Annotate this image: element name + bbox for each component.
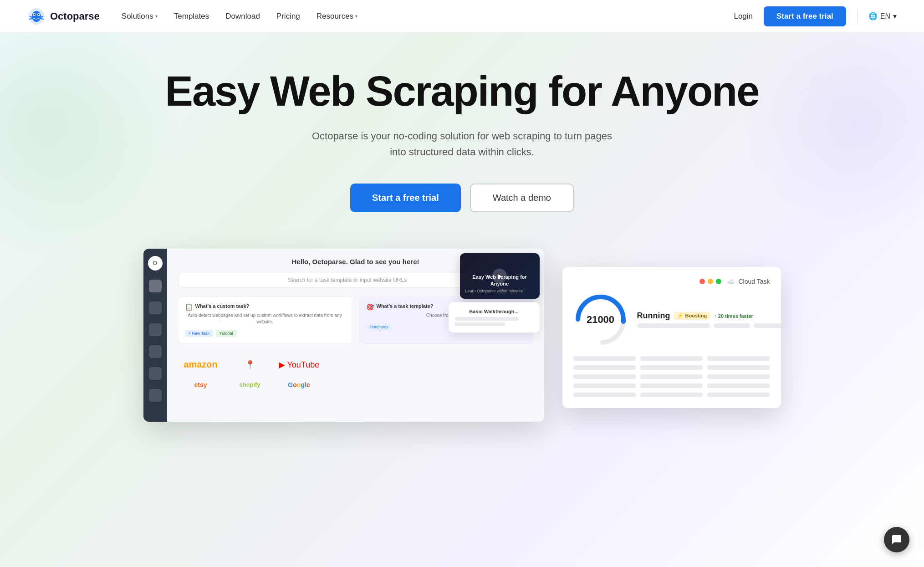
data-cell-2-1: [573, 365, 636, 370]
sidebar-icon-3: [149, 323, 162, 336]
hero-cta-secondary-button[interactable]: Watch a demo: [470, 184, 574, 212]
svg-point-1: [32, 11, 41, 22]
globe-icon: 🌐: [868, 12, 878, 20]
data-cell-5-1: [573, 393, 636, 397]
logo[interactable]: Octoparse: [27, 7, 100, 26]
svg-line-9: [41, 19, 43, 19]
logos-row-2: etsy shopify Google: [178, 377, 533, 393]
app-card-template-title: What's a task template?: [377, 303, 434, 309]
logo-etsy: etsy: [178, 377, 224, 393]
nav-pricing[interactable]: Pricing: [276, 12, 300, 21]
nav-resources[interactable]: Resources ▾: [317, 12, 357, 21]
data-row-3: [573, 374, 770, 379]
dot-red: [699, 279, 705, 284]
data-cell-5-3: [707, 393, 770, 397]
sidebar-icon-2: [149, 301, 162, 314]
gauge-number: 21000: [573, 292, 628, 347]
chat-button[interactable]: [884, 527, 909, 552]
data-bar-2: [714, 323, 750, 328]
gauge-chart: 21000: [573, 292, 628, 347]
running-info: Running ⚡ Boosting ↑ 20 times faster: [637, 311, 781, 328]
window-dots: [699, 279, 721, 284]
data-row-5: [573, 393, 770, 397]
hero-section: Easy Web Scraping for Anyone Octoparse i…: [0, 33, 924, 567]
lang-chevron-icon: ▾: [893, 12, 897, 20]
app-window: O Hello, Octoparse. Glad to see you here…: [143, 249, 544, 422]
nav-left: Octoparse Solutions ▾ Templates Download…: [27, 7, 357, 26]
data-cell-1-3: [707, 356, 770, 361]
data-cell-3-1: [573, 374, 636, 379]
walkthrough-card: Basic Walkthrough...: [449, 302, 540, 332]
hero-title: Easy Web Scraping for Anyone: [0, 69, 924, 113]
data-cell-2-2: [640, 365, 703, 370]
hero-subtitle: Octoparse is your no-coding solution for…: [0, 128, 924, 160]
cloud-icon: ☁️: [727, 278, 735, 285]
data-bar-3: [754, 323, 781, 328]
custom-task-icon: 📋: [185, 303, 193, 311]
chat-icon: [891, 534, 902, 545]
walkthrough-title: Basic Walkthrough...: [455, 309, 533, 314]
data-rows: [573, 356, 770, 397]
play-button[interactable]: ▶: [492, 269, 507, 283]
svg-point-5: [38, 14, 40, 15]
app-card-custom-desc: Auto-detect webpages and set up custom w…: [185, 312, 345, 325]
app-card-custom: 📋 What's a custom task? Auto-detect webp…: [178, 296, 352, 344]
data-cell-4-3: [707, 383, 770, 388]
navbar: Octoparse Solutions ▾ Templates Download…: [0, 0, 924, 33]
badge-boosting: ⚡ Boosting: [674, 312, 710, 320]
cloud-task-label: ☁️ Cloud Task: [727, 278, 770, 285]
stats-card: ☁️ Cloud Task 21000: [562, 267, 781, 408]
walkthrough-bar-1: [455, 317, 519, 321]
data-row-2: [573, 365, 770, 370]
data-cell-3-2: [640, 374, 703, 379]
start-trial-nav-button[interactable]: Start a free trial: [764, 6, 846, 26]
dot-yellow: [708, 279, 713, 284]
sidebar-avatar: O: [148, 256, 163, 271]
data-cell-2-3: [707, 365, 770, 370]
logo-text: Octoparse: [50, 10, 100, 22]
dot-green: [716, 279, 721, 284]
running-label: Running: [637, 311, 670, 321]
app-card-custom-title: What's a custom task?: [195, 303, 250, 309]
sidebar-icon-1: [149, 280, 162, 292]
logos-row-1: amazon 📍 ▶ YouTube: [178, 357, 533, 373]
logo-google: Google: [276, 377, 322, 393]
template-task-icon: 🎯: [366, 303, 374, 311]
logo-maps: 📍: [227, 357, 273, 373]
data-row-4: [573, 383, 770, 388]
card-tag-tutorial[interactable]: Tutorial: [216, 330, 237, 337]
data-cell-1-1: [573, 356, 636, 361]
data-bars: [637, 323, 781, 328]
data-bar-1: [637, 323, 710, 328]
badge-faster: ↑ 20 times faster: [714, 313, 753, 319]
logo-youtube: ▶ YouTube: [276, 357, 322, 373]
stats-header: ☁️ Cloud Task: [573, 278, 770, 285]
data-bar-row-1: [637, 323, 781, 328]
nav-right: Login Start a free trial 🌐 EN ▾: [734, 6, 897, 26]
walkthrough-bar-2: [455, 322, 505, 326]
nav-solutions[interactable]: Solutions ▾: [122, 12, 158, 21]
logo-shopify: shopify: [227, 377, 273, 393]
sidebar-icon-4: [149, 345, 162, 358]
card-tag-templates[interactable]: Templates: [366, 323, 392, 331]
svg-line-7: [30, 19, 32, 19]
app-sidebar: O: [143, 249, 167, 422]
nav-download[interactable]: Download: [225, 12, 260, 21]
sidebar-icon-5: [149, 367, 162, 380]
hero-cta-primary-button[interactable]: Start a free trial: [350, 184, 461, 212]
resources-chevron-icon: ▾: [355, 14, 357, 19]
video-thumb-sub: Learn Octoparse within minutes: [465, 289, 523, 293]
video-thumb[interactable]: ▶ Easy Web Scraping for Anyone Learn Oct…: [460, 253, 540, 299]
app-preview: O Hello, Octoparse. Glad to see you here…: [143, 249, 781, 422]
data-cell-5-2: [640, 393, 703, 397]
login-button[interactable]: Login: [734, 12, 753, 21]
data-cell-4-1: [573, 383, 636, 388]
card-tag-new-task[interactable]: + New Task: [185, 330, 214, 337]
lang-selector[interactable]: 🌐 EN ▾: [868, 12, 897, 20]
nav-templates[interactable]: Templates: [174, 12, 209, 21]
sidebar-icon-6: [149, 389, 162, 402]
data-cell-3-3: [707, 374, 770, 379]
svg-point-4: [34, 14, 35, 15]
nav-divider: [857, 10, 858, 23]
logo-amazon: amazon: [178, 357, 224, 373]
